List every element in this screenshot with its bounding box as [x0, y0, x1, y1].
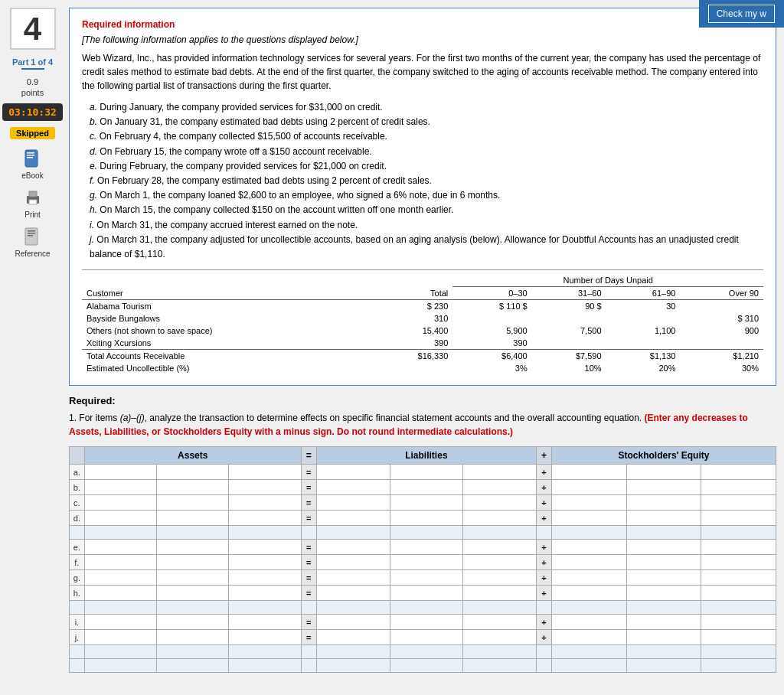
- asset-cell-1[interactable]: [84, 570, 156, 586]
- liability-cell-3[interactable]: [463, 615, 537, 630]
- liability-input-1[interactable]: [317, 631, 390, 644]
- sub-asset-cell-3[interactable]: [229, 601, 301, 615]
- liability-input-2[interactable]: [390, 556, 463, 569]
- reference-button[interactable]: Reference: [15, 227, 50, 258]
- asset-cell-3[interactable]: [229, 586, 301, 601]
- liability-input-3[interactable]: [463, 512, 536, 524]
- liability-input-2[interactable]: [390, 541, 463, 553]
- equity-cell-1[interactable]: [551, 570, 626, 586]
- asset-input-3[interactable]: [229, 616, 300, 628]
- equity-input-2[interactable]: [627, 616, 701, 628]
- equity-input-3[interactable]: [701, 616, 776, 628]
- equity-input-3[interactable]: [701, 466, 776, 478]
- asset-cell-3[interactable]: [229, 570, 301, 586]
- liability-input-1[interactable]: [317, 512, 390, 524]
- asset-cell-3[interactable]: [229, 465, 301, 480]
- sub-liability-input-2[interactable]: [390, 646, 463, 658]
- equity-input-3[interactable]: [701, 481, 776, 494]
- asset-cell-3[interactable]: [229, 630, 301, 645]
- liability-cell-3[interactable]: [463, 480, 537, 495]
- asset-input-3[interactable]: [229, 556, 300, 569]
- liability-cell-1[interactable]: [316, 495, 390, 511]
- sub-equity-cell-1[interactable]: [551, 645, 626, 659]
- sub-liability-input-3[interactable]: [463, 660, 536, 672]
- sub-liability-input-1[interactable]: [317, 527, 390, 539]
- sub-asset-input-1[interactable]: [85, 660, 156, 672]
- sub-equity-cell-1[interactable]: [551, 601, 626, 615]
- asset-input-2[interactable]: [157, 512, 228, 524]
- liability-cell-3[interactable]: [463, 465, 537, 480]
- liability-input-3[interactable]: [463, 481, 536, 494]
- sub-equity-input-1[interactable]: [552, 660, 626, 672]
- asset-input-2[interactable]: [157, 481, 228, 494]
- sub-asset-input-3[interactable]: [229, 660, 300, 672]
- sub-liability-cell-1[interactable]: [316, 526, 390, 540]
- equity-input-1[interactable]: [552, 587, 626, 599]
- equity-cell-3[interactable]: [701, 555, 776, 570]
- asset-input-2[interactable]: [157, 541, 228, 553]
- asset-input-3[interactable]: [229, 481, 300, 494]
- asset-input-2[interactable]: [157, 497, 228, 509]
- sub-liability-input-1[interactable]: [317, 602, 390, 614]
- sub-liability-cell-3[interactable]: [463, 645, 537, 659]
- asset-input-1[interactable]: [85, 466, 156, 478]
- asset-cell-3[interactable]: [229, 540, 301, 555]
- sub-asset-input-3[interactable]: [229, 527, 300, 539]
- sub-liability-cell-3[interactable]: [463, 659, 537, 673]
- equity-cell-1[interactable]: [551, 630, 626, 645]
- sub-equity-input-2[interactable]: [627, 527, 701, 539]
- sub-liability-cell-1[interactable]: [316, 645, 390, 659]
- liability-cell-1[interactable]: [316, 570, 390, 586]
- liability-input-1[interactable]: [317, 466, 390, 478]
- liability-cell-1[interactable]: [316, 586, 390, 601]
- liability-cell-2[interactable]: [390, 480, 463, 495]
- asset-input-2[interactable]: [157, 587, 228, 599]
- asset-cell-1[interactable]: [84, 615, 156, 630]
- liability-input-2[interactable]: [390, 512, 463, 524]
- sub-equity-input-3[interactable]: [701, 527, 776, 539]
- sub-liability-cell-1[interactable]: [316, 601, 390, 615]
- asset-cell-3[interactable]: [229, 511, 301, 526]
- liability-cell-1[interactable]: [316, 615, 390, 630]
- sub-equity-cell-3[interactable]: [701, 659, 776, 673]
- asset-cell-2[interactable]: [157, 465, 229, 480]
- liability-cell-1[interactable]: [316, 511, 390, 526]
- liability-cell-3[interactable]: [463, 586, 537, 601]
- asset-input-3[interactable]: [229, 466, 300, 478]
- sub-equity-input-2[interactable]: [627, 602, 701, 614]
- equity-cell-1[interactable]: [551, 615, 626, 630]
- sub-asset-cell-2[interactable]: [157, 645, 229, 659]
- asset-cell-2[interactable]: [157, 480, 229, 495]
- asset-cell-3[interactable]: [229, 495, 301, 511]
- liability-cell-1[interactable]: [316, 540, 390, 555]
- sub-asset-input-2[interactable]: [157, 602, 228, 614]
- sub-liability-input-2[interactable]: [390, 527, 463, 539]
- liability-cell-3[interactable]: [463, 540, 537, 555]
- liability-input-2[interactable]: [390, 481, 463, 494]
- sub-equity-input-3[interactable]: [701, 646, 776, 658]
- equity-cell-2[interactable]: [626, 630, 701, 645]
- equity-input-2[interactable]: [627, 497, 701, 509]
- liability-input-1[interactable]: [317, 541, 390, 553]
- equity-cell-1[interactable]: [551, 540, 626, 555]
- sub-asset-input-1[interactable]: [85, 602, 156, 614]
- asset-input-3[interactable]: [229, 572, 300, 584]
- equity-cell-3[interactable]: [701, 630, 776, 645]
- equity-input-3[interactable]: [701, 587, 776, 599]
- liability-cell-2[interactable]: [390, 630, 463, 645]
- sub-equity-input-3[interactable]: [701, 602, 776, 614]
- equity-input-1[interactable]: [552, 481, 626, 494]
- print-button[interactable]: Print: [22, 188, 44, 219]
- sub-equity-input-1[interactable]: [552, 646, 626, 658]
- sub-equity-cell-3[interactable]: [701, 645, 776, 659]
- equity-input-3[interactable]: [701, 541, 776, 553]
- equity-cell-1[interactable]: [551, 555, 626, 570]
- asset-input-1[interactable]: [85, 616, 156, 628]
- asset-cell-2[interactable]: [157, 586, 229, 601]
- sub-liability-cell-2[interactable]: [390, 601, 463, 615]
- equity-cell-2[interactable]: [626, 540, 701, 555]
- sub-equity-cell-2[interactable]: [626, 526, 701, 540]
- sub-asset-cell-2[interactable]: [157, 659, 229, 673]
- asset-cell-1[interactable]: [84, 480, 156, 495]
- equity-input-1[interactable]: [552, 541, 626, 553]
